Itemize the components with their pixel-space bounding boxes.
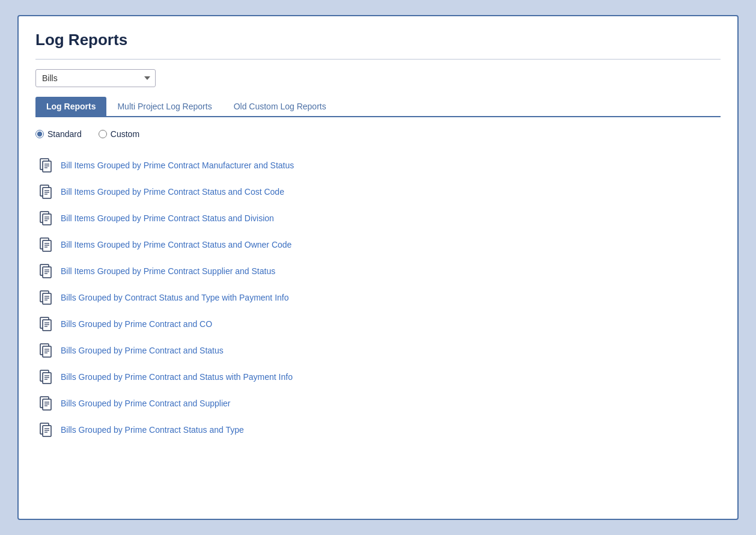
custom-radio-label[interactable]: Custom <box>99 129 139 139</box>
dropdown-row: Bills Invoices Purchase Orders Subcontra… <box>35 69 721 87</box>
page-title: Log Reports <box>35 31 721 49</box>
report-link[interactable]: Bills Grouped by Prime Contract and Supp… <box>61 399 230 408</box>
standard-radio[interactable] <box>35 130 44 138</box>
list-item[interactable]: Bill Items Grouped by Prime Contract Sta… <box>35 233 721 257</box>
report-link[interactable]: Bill Items Grouped by Prime Contract Sta… <box>61 187 284 197</box>
list-item[interactable]: Bill Items Grouped by Prime Contract Sta… <box>35 206 721 230</box>
report-icon <box>38 157 55 174</box>
list-item[interactable]: Bill Items Grouped by Prime Contract Sup… <box>35 259 721 283</box>
standard-radio-label[interactable]: Standard <box>35 129 82 139</box>
report-icon <box>38 263 55 280</box>
svg-rect-21 <box>43 267 51 278</box>
report-link[interactable]: Bills Grouped by Prime Contract and Stat… <box>61 346 224 355</box>
list-item[interactable]: Bills Grouped by Prime Contract and Stat… <box>35 338 721 362</box>
svg-rect-41 <box>43 373 51 384</box>
view-type-radio-group: Standard Custom <box>35 129 721 139</box>
svg-rect-31 <box>43 320 51 331</box>
report-icon <box>38 421 55 438</box>
list-item[interactable]: Bills Grouped by Prime Contract Status a… <box>35 418 721 442</box>
bills-dropdown[interactable]: Bills Invoices Purchase Orders Subcontra… <box>35 69 156 87</box>
tab-old-custom[interactable]: Old Custom Log Reports <box>223 97 337 116</box>
tab-multi-project[interactable]: Multi Project Log Reports <box>106 97 222 116</box>
report-icon <box>38 342 55 359</box>
title-divider <box>35 59 721 60</box>
custom-radio-text: Custom <box>111 129 139 139</box>
standard-radio-text: Standard <box>47 129 82 139</box>
report-icon <box>38 210 55 227</box>
svg-rect-1 <box>43 161 51 172</box>
report-link[interactable]: Bills Grouped by Prime Contract and CO <box>61 319 212 329</box>
report-icon <box>38 368 55 385</box>
report-link[interactable]: Bill Items Grouped by Prime Contract Man… <box>61 160 294 170</box>
svg-rect-16 <box>43 240 51 251</box>
svg-rect-6 <box>43 188 51 198</box>
report-link[interactable]: Bill Items Grouped by Prime Contract Sta… <box>61 240 291 249</box>
svg-rect-11 <box>43 214 51 225</box>
report-link[interactable]: Bills Grouped by Prime Contract Status a… <box>61 425 244 435</box>
report-icon <box>38 395 55 412</box>
report-list: Bill Items Grouped by Prime Contract Man… <box>35 153 721 442</box>
svg-rect-36 <box>43 346 51 357</box>
report-icon <box>38 183 55 200</box>
custom-radio[interactable] <box>99 130 107 138</box>
report-link[interactable]: Bill Items Grouped by Prime Contract Sta… <box>61 213 274 223</box>
report-icon <box>38 289 55 306</box>
svg-rect-46 <box>43 399 51 410</box>
tab-log-reports[interactable]: Log Reports <box>35 97 106 116</box>
list-item[interactable]: Bills Grouped by Contract Status and Typ… <box>35 286 721 310</box>
svg-rect-26 <box>43 293 51 304</box>
report-link[interactable]: Bill Items Grouped by Prime Contract Sup… <box>61 266 275 276</box>
report-icon <box>38 316 55 332</box>
report-link[interactable]: Bills Grouped by Prime Contract and Stat… <box>61 372 293 382</box>
list-item[interactable]: Bills Grouped by Prime Contract and CO <box>35 312 721 336</box>
main-container: Log Reports Bills Invoices Purchase Orde… <box>17 15 739 520</box>
list-item[interactable]: Bill Items Grouped by Prime Contract Sta… <box>35 180 721 204</box>
svg-rect-51 <box>43 426 51 436</box>
list-item[interactable]: Bills Grouped by Prime Contract and Stat… <box>35 365 721 389</box>
list-item[interactable]: Bill Items Grouped by Prime Contract Man… <box>35 153 721 177</box>
report-link[interactable]: Bills Grouped by Contract Status and Typ… <box>61 293 289 302</box>
report-icon <box>38 236 55 253</box>
list-item[interactable]: Bills Grouped by Prime Contract and Supp… <box>35 391 721 415</box>
tab-bar: Log Reports Multi Project Log Reports Ol… <box>35 97 721 117</box>
